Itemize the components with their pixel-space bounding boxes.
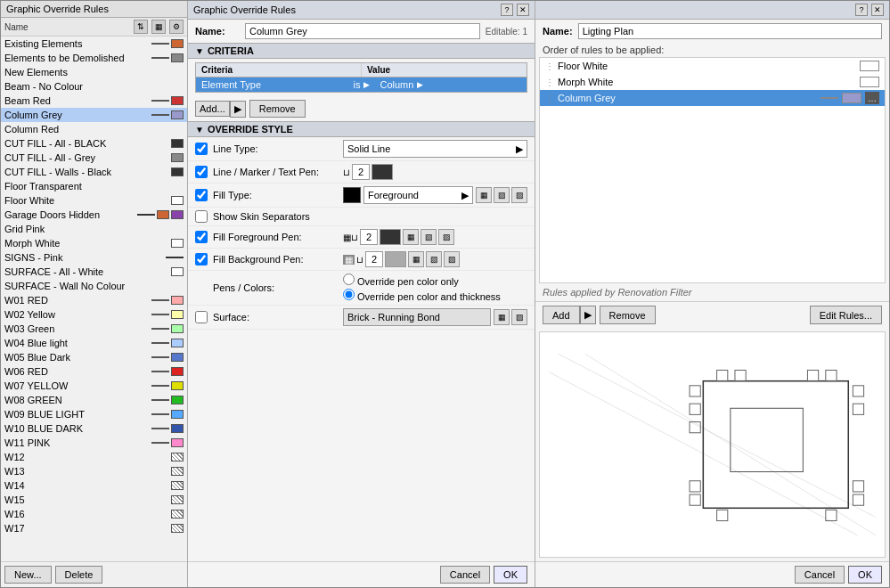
list-item[interactable]: W13: [1, 464, 187, 478]
list-item[interactable]: W12: [1, 450, 187, 464]
list-item[interactable]: W06 RED: [1, 364, 187, 379]
fill-bg-pen-number[interactable]: 2: [365, 251, 383, 267]
list-item[interactable]: W16: [1, 507, 187, 521]
list-item[interactable]: New Elements: [1, 65, 187, 79]
list-item[interactable]: W07 YELLOW: [1, 379, 187, 393]
list-item[interactable]: SIGNS - Pink: [1, 250, 187, 265]
fill-icon-3[interactable]: ▨: [511, 187, 527, 203]
list-item[interactable]: W03 Green: [1, 322, 187, 336]
list-item[interactable]: W02 Yellow: [1, 307, 187, 322]
surface-dropdown[interactable]: Brick - Running Bond: [343, 308, 491, 326]
edit-rules-button[interactable]: Edit Rules...: [810, 306, 882, 324]
right-titlebar: ? ✕: [535, 1, 889, 20]
list-item[interactable]: W10 BLUE DARK: [1, 421, 187, 436]
fill-fg-icon-1[interactable]: ▦: [403, 229, 419, 245]
list-item[interactable]: W11 PINK: [1, 436, 187, 450]
rules-item-menu-button[interactable]: …: [865, 92, 879, 104]
list-item[interactable]: SURFACE - All - White: [1, 265, 187, 279]
line-pen-number[interactable]: 2: [352, 164, 370, 180]
right-name-input[interactable]: [578, 23, 882, 39]
list-item-preview: [151, 96, 184, 105]
surface-icon-1[interactable]: ▦: [494, 309, 510, 325]
fill-bg-pen-checkbox[interactable]: [195, 253, 208, 265]
surface-checkbox[interactable]: [195, 311, 208, 323]
fill-icon-1[interactable]: ▦: [476, 187, 492, 203]
right-remove-button[interactable]: Remove: [600, 306, 656, 324]
line-pen-color[interactable]: [372, 164, 393, 180]
list-item[interactable]: Floor White: [1, 193, 187, 208]
rules-list-item[interactable]: ⋮Column Grey…: [540, 90, 885, 106]
close-button[interactable]: ✕: [517, 4, 529, 16]
remove-button[interactable]: Remove: [249, 100, 306, 118]
list-item[interactable]: Existing Elements: [1, 37, 187, 51]
radio-pen-color-thickness-label[interactable]: Override pen color and thickness: [343, 289, 501, 302]
fill-fg-pen-color[interactable]: [380, 229, 401, 245]
list-item[interactable]: CUT FILL - Walls - Black: [1, 165, 187, 179]
list-item[interactable]: Floor Transparent: [1, 179, 187, 193]
name-input[interactable]: [245, 23, 480, 39]
filter-icon[interactable]: ▦: [151, 20, 166, 34]
radio-pen-color-thickness[interactable]: [343, 289, 355, 300]
middle-cancel-button[interactable]: Cancel: [440, 566, 490, 584]
criteria-data-row[interactable]: Element Type is ▶ Column ▶: [196, 78, 527, 92]
radio-pen-color-label[interactable]: Override pen color only: [343, 274, 501, 287]
list-item[interactable]: W08 GREEN: [1, 393, 187, 407]
fill-fg-icon-2[interactable]: ▧: [421, 229, 437, 245]
fill-bg-icon-3[interactable]: ▨: [444, 251, 460, 267]
new-button[interactable]: New...: [4, 566, 52, 584]
right-cancel-button[interactable]: Cancel: [795, 566, 845, 584]
list-item[interactable]: Morph White: [1, 236, 187, 250]
rules-list-item[interactable]: ⋮Morph White: [540, 74, 885, 90]
settings-icon[interactable]: ⚙: [169, 20, 184, 34]
rules-list-item[interactable]: ⋮Floor White: [540, 58, 885, 74]
list-item[interactable]: W04 Blue light: [1, 336, 187, 350]
show-skin-checkbox[interactable]: [195, 210, 208, 223]
fill-bg-icon-2[interactable]: ▧: [426, 251, 442, 267]
fill-bg-pen-color[interactable]: [385, 251, 406, 267]
list-item[interactable]: W01 RED: [1, 293, 187, 307]
fill-fg-pen-number[interactable]: 2: [360, 229, 378, 245]
fill-bg-icon-1[interactable]: ▦: [408, 251, 424, 267]
right-add-button[interactable]: Add: [543, 306, 580, 324]
fill-type-checkbox[interactable]: [195, 189, 208, 201]
right-ok-button[interactable]: OK: [848, 566, 882, 584]
list-item[interactable]: W17: [1, 521, 187, 535]
line-type-dropdown[interactable]: Solid Line ▶: [343, 140, 527, 158]
list-item[interactable]: W15: [1, 493, 187, 507]
list-item[interactable]: Beam Red: [1, 94, 187, 108]
add-dropdown-arrow[interactable]: ▶: [230, 101, 246, 118]
help-button[interactable]: ?: [501, 4, 513, 16]
list-item[interactable]: W09 BLUE LIGHT: [1, 407, 187, 421]
preview-line: [151, 43, 169, 45]
list-item[interactable]: Grid Pink: [1, 222, 187, 236]
delete-button[interactable]: Delete: [55, 566, 103, 584]
fill-type-arrow: ▶: [461, 190, 469, 201]
add-button[interactable]: Add...: [195, 101, 230, 117]
fill-fg-icon-3[interactable]: ▨: [438, 229, 454, 245]
right-help-button[interactable]: ?: [855, 4, 868, 16]
line-type-checkbox[interactable]: [195, 143, 208, 155]
list-item[interactable]: Beam - No Colour: [1, 79, 187, 94]
sort-icon[interactable]: ⇅: [134, 20, 148, 34]
line-marker-checkbox[interactable]: [195, 166, 208, 178]
fill-fg-pen-checkbox[interactable]: [195, 231, 208, 243]
list-item[interactable]: W05 Blue Dark: [1, 350, 187, 364]
list-item[interactable]: Column Red: [1, 122, 187, 136]
surface-icon-2[interactable]: ▨: [511, 309, 527, 325]
list-item[interactable]: W14: [1, 478, 187, 493]
right-add-arrow[interactable]: ▶: [580, 306, 596, 324]
right-close-button[interactable]: ✕: [871, 4, 884, 16]
list-item[interactable]: Elements to be Demolished: [1, 51, 187, 65]
list-item[interactable]: Garage Doors Hidden: [1, 208, 187, 222]
list-item[interactable]: CUT FILL - All - BLACK: [1, 136, 187, 151]
fill-icon-2[interactable]: ▧: [494, 187, 510, 203]
middle-ok-button[interactable]: OK: [494, 566, 527, 584]
right-action-buttons: Add ▶ Remove Edit Rules...: [535, 301, 889, 328]
fill-type-dropdown[interactable]: Foreground ▶: [363, 186, 473, 204]
list-item[interactable]: CUT FILL - All - Grey: [1, 151, 187, 165]
radio-pen-color[interactable]: [343, 274, 355, 285]
header-icons: ⇅ ▦ ⚙: [134, 20, 184, 34]
list-item[interactable]: Column Grey: [1, 108, 187, 122]
list-item[interactable]: SURFACE - Wall No Colour: [1, 279, 187, 293]
fill-type-value: Foreground: [368, 190, 419, 200]
